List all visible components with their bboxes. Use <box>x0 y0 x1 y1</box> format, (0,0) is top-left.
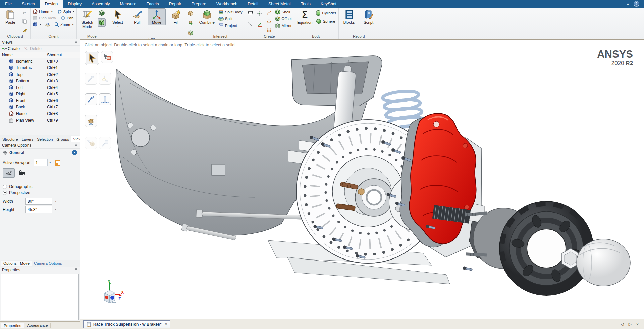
menu-design[interactable]: Design <box>40 0 63 8</box>
tab-scroll-left-icon[interactable]: ◁ <box>621 322 624 327</box>
tab-layers[interactable]: Layers <box>20 137 36 142</box>
edit-extra-1-icon[interactable] <box>186 9 195 17</box>
orientation-triad[interactable]: Y X Z <box>94 280 124 311</box>
height-dropdown-icon[interactable]: ▾ <box>55 208 56 211</box>
menu-detail[interactable]: Detail <box>243 0 263 8</box>
menu-assembly[interactable]: Assembly <box>87 0 115 8</box>
guide-arrow-button[interactable] <box>85 73 97 85</box>
home-view-button[interactable]: Home▾ <box>32 8 53 15</box>
properties-box[interactable] <box>1 274 79 320</box>
sphere-button[interactable]: Sphere <box>315 18 337 25</box>
menu-sketch[interactable]: Sketch <box>17 0 40 8</box>
document-tab[interactable]: Race Truck Suspension - w Brakes* × <box>83 320 170 328</box>
view-row-trimetric[interactable]: Trimetric Ctrl+1 <box>0 65 80 72</box>
view-row-bottom[interactable]: Bottom Ctrl+3 <box>0 78 80 85</box>
close-tab-icon[interactable]: × <box>165 322 167 327</box>
axes-tool-icon[interactable] <box>256 20 264 29</box>
tab-camera-options[interactable]: Camera Options <box>32 261 64 266</box>
move-button[interactable]: Move <box>148 8 166 25</box>
pattern-grid-icon[interactable] <box>265 26 273 34</box>
menu-facets[interactable]: Facets <box>141 0 164 8</box>
view-row-top[interactable]: Top Ctrl+2 <box>0 71 80 78</box>
fly-mode-button[interactable] <box>3 168 15 178</box>
turntable-button[interactable] <box>44 21 51 28</box>
paste-button[interactable]: Paste <box>1 8 19 25</box>
collapse-ribbon-icon[interactable]: ▲ <box>626 2 630 6</box>
view-row-back[interactable]: Back Ctrl+7 <box>0 104 80 111</box>
menu-workbench[interactable]: Workbench <box>211 0 243 8</box>
edit-extra-2-icon[interactable] <box>186 19 195 27</box>
move-to-plane-button[interactable] <box>99 137 111 149</box>
tab-selection[interactable]: Selection <box>35 137 55 142</box>
perspective-option[interactable]: Perspective <box>0 190 80 196</box>
view-row-home[interactable]: Home Ctrl+8 <box>0 110 80 117</box>
column-shortcut[interactable]: Shortcut <box>47 53 62 57</box>
general-section[interactable]: General ▲ <box>0 149 80 156</box>
line-tool-icon[interactable] <box>246 20 254 29</box>
orthographic-radio[interactable] <box>3 185 7 189</box>
select-component-button[interactable] <box>101 51 113 63</box>
view-cube-button[interactable]: ▾ <box>32 21 42 28</box>
menu-display[interactable]: Display <box>63 0 87 8</box>
plane-tool-icon[interactable] <box>246 9 254 17</box>
solid-mode-icon[interactable] <box>98 18 106 27</box>
anchor-button[interactable] <box>85 115 97 127</box>
spin-button[interactable]: Spin▾ <box>57 8 75 15</box>
mirror-button[interactable]: Mirror <box>274 22 292 29</box>
split-body-button[interactable]: Split Body <box>218 9 243 15</box>
view-row-isometric[interactable]: Isometric Ctrl+0 <box>0 58 80 65</box>
zoom-button[interactable]: Zoom▾ <box>54 21 74 28</box>
view-row-left[interactable]: Left Ctrl+4 <box>0 84 80 91</box>
move-to-body-button[interactable] <box>85 137 97 149</box>
copy-icon[interactable] <box>21 17 29 26</box>
menu-tools[interactable]: Tools <box>296 0 316 8</box>
pattern-circular-icon[interactable] <box>265 17 273 26</box>
collapse-section-icon[interactable]: ▲ <box>72 150 77 155</box>
width-dropdown-icon[interactable]: ▾ <box>55 200 56 203</box>
perspective-radio[interactable] <box>3 191 7 195</box>
edit-extra-3-icon[interactable] <box>186 29 195 37</box>
split-button[interactable]: Split <box>218 15 243 22</box>
tab-appearance[interactable]: Appearance <box>24 323 51 328</box>
delete-view-button[interactable]: Delete <box>24 46 42 51</box>
viewport-layout-icon[interactable] <box>55 160 60 166</box>
menu-sheet-metal[interactable]: Sheet Metal <box>263 0 296 8</box>
shell-button[interactable]: Shell <box>274 9 292 15</box>
script-button[interactable]: Script <box>360 8 378 25</box>
blocks-button[interactable]: Blocks <box>340 8 358 25</box>
guide-anchor-arrow-button[interactable] <box>99 73 111 85</box>
cut-icon[interactable]: ✂ <box>21 9 29 17</box>
move-along-path-button[interactable] <box>85 93 97 105</box>
select-cursor-button[interactable] <box>85 51 99 65</box>
menu-file[interactable]: File <box>0 0 17 8</box>
equation-button[interactable]: Σ Equation <box>296 8 314 25</box>
menu-measure[interactable]: Measure <box>115 0 141 8</box>
pin-icon[interactable] <box>74 41 78 44</box>
sketch-mode-button[interactable]: SketchMode <box>78 8 96 29</box>
section-mode-icon[interactable] <box>98 9 106 17</box>
help-icon[interactable]: ? <box>634 1 639 7</box>
tab-properties[interactable]: Properties <box>1 323 24 328</box>
pin-icon[interactable] <box>74 144 78 147</box>
pattern-linear-icon[interactable] <box>265 9 273 17</box>
menu-prepare[interactable]: Prepare <box>186 0 211 8</box>
project-button[interactable]: Project <box>218 22 243 29</box>
combine-button[interactable]: Combine <box>198 8 216 25</box>
tab-options-move[interactable]: Options - Move <box>1 261 32 266</box>
pull-button[interactable]: Pull <box>128 8 146 25</box>
view-row-plan-view[interactable]: Plan View Ctrl+9 <box>0 117 80 124</box>
format-painter-icon[interactable] <box>21 26 29 34</box>
tab-scroll-right-icon[interactable]: ▷ <box>629 322 632 327</box>
viewport-3d[interactable]: Click an object. Double-click to select … <box>80 39 644 319</box>
select-button[interactable]: Select▾ <box>109 8 127 28</box>
height-input[interactable]: 45.3° <box>25 206 52 213</box>
create-view-button[interactable]: Create <box>2 46 20 51</box>
width-input[interactable]: 80° <box>25 198 52 205</box>
tab-structure[interactable]: Structure <box>1 137 20 142</box>
offset-button[interactable]: Offset <box>274 15 292 22</box>
view-row-right[interactable]: Right Ctrl+5 <box>0 91 80 98</box>
pan-button[interactable]: Pan <box>60 15 74 21</box>
active-viewport-select[interactable]: 1 ▾ <box>34 159 53 166</box>
fill-button[interactable]: Fill <box>167 8 185 25</box>
pin-icon[interactable] <box>74 268 78 272</box>
